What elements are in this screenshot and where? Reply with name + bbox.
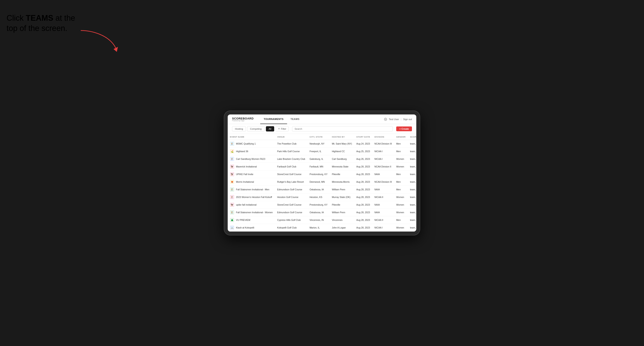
- event-icon: 🏌: [230, 157, 234, 161]
- cell-division: NICAA I: [372, 224, 394, 231]
- nav-user-area: Test User | Sign out: [384, 118, 412, 121]
- tablet-screen: SCOREBOARD Powered by Clippi TOURNAMENTS…: [228, 115, 416, 231]
- col-city-state: CITY, STATE: [307, 134, 330, 140]
- cell-gender: Men: [394, 148, 408, 155]
- cell-start-date: Aug 24, 2023: [354, 140, 372, 148]
- table-row: ⚔️ Klash at Kokopelli Kokopelli Golf Clu…: [228, 224, 416, 231]
- event-name-text: Maverick Invitational: [236, 165, 257, 168]
- cell-gender: Women: [394, 193, 408, 201]
- col-hosted-by: HOSTED BY: [330, 134, 354, 140]
- table-header: EVENT NAME VENUE CITY, STATE HOSTED BY S…: [228, 134, 416, 140]
- event-name-text: UPIKE Fall Invite: [236, 173, 253, 175]
- all-filter-btn[interactable]: All: [266, 126, 274, 132]
- cell-event-name: 🦅 Maverick Invitational: [228, 163, 275, 171]
- table-row: 🦅 UPIKE Fall Invite StoneCrest Golf Cour…: [228, 171, 416, 178]
- tab-teams[interactable]: TEAMS: [287, 115, 303, 124]
- table-row: 🦊 Morris Invitational Ruttger's Bay Lake…: [228, 178, 416, 186]
- cell-scoring: team, Stroke Play: [408, 171, 416, 178]
- event-name-text: Morris Invitational: [236, 180, 254, 183]
- cell-city: Deerwood, MN: [307, 178, 330, 186]
- event-icon: 🏌: [230, 195, 234, 199]
- cell-city: Marion, IL: [307, 224, 330, 231]
- cell-start-date: Aug 28, 2023: [354, 201, 372, 209]
- cell-hosted-by: Pikeville: [330, 171, 354, 178]
- table-row: 🏌 MSMC Qualifying 1 The Powelton Club Ne…: [228, 140, 416, 148]
- cell-hosted-by: Murray State (OK): [330, 193, 354, 201]
- search-box: [292, 126, 393, 132]
- cell-city: Prestonsburg, KY: [307, 201, 330, 209]
- cell-city: Oskaloosa, IA: [307, 209, 330, 216]
- col-scoring: SCORING: [408, 134, 416, 140]
- cell-venue: Faribault Golf Club: [275, 163, 307, 171]
- event-name-text: VU PREVIEW: [236, 219, 250, 221]
- filter-bar: Hosting Competing All Filter + Create: [228, 124, 416, 134]
- cell-division: NICAA I: [372, 155, 394, 163]
- cell-event-name: ⚔️ Klash at Kokopelli: [228, 224, 275, 231]
- settings-icon[interactable]: [384, 118, 387, 121]
- col-venue: VENUE: [275, 134, 307, 140]
- sign-out-link[interactable]: Sign out: [403, 118, 412, 121]
- cell-start-date: Aug 25, 2023: [354, 148, 372, 155]
- competing-filter-btn[interactable]: Competing: [247, 126, 264, 132]
- cell-start-date: Aug 28, 2023: [354, 209, 372, 216]
- table-row: 🏌 Fall Statesmen Invitational - Men Edmu…: [228, 186, 416, 193]
- svg-marker-0: [114, 47, 118, 52]
- cell-hosted-by: Mt. Saint Mary (NY): [330, 140, 354, 148]
- cell-city: Freeport, IL: [307, 148, 330, 155]
- cell-division: NCAA Division III: [372, 140, 394, 148]
- create-btn[interactable]: + Create: [396, 127, 412, 131]
- event-icon: 🦊: [230, 180, 234, 184]
- event-icon: ⚔️: [230, 225, 234, 230]
- cell-event-name: 🏌 2023 Women's Hesston Fall Kickoff: [228, 193, 275, 201]
- hosting-filter-btn[interactable]: Hosting: [232, 126, 246, 132]
- event-icon: 🌲: [230, 218, 234, 222]
- search-input[interactable]: [292, 126, 393, 132]
- cell-scoring: team, Stroke Play: [408, 140, 416, 148]
- cell-division: NICAA II: [372, 193, 394, 201]
- cell-division: NAIA: [372, 171, 394, 178]
- cell-venue: StoneCrest Golf Course: [275, 201, 307, 209]
- cell-venue: Kokopelli Golf Club: [275, 224, 307, 231]
- event-name-text: MSMC Qualifying 1: [236, 142, 256, 145]
- tournaments-table: EVENT NAME VENUE CITY, STATE HOSTED BY S…: [228, 134, 416, 231]
- cell-hosted-by: William Penn: [330, 209, 354, 216]
- event-icon: 🦅: [230, 165, 234, 169]
- cell-start-date: Aug 28, 2023: [354, 186, 372, 193]
- cell-gender: Women: [394, 201, 408, 209]
- cell-venue: Edmundson Golf Course: [275, 186, 307, 193]
- event-icon: 🏌: [230, 187, 234, 192]
- table-row: 🦅 Maverick Invitational Faribault Golf C…: [228, 163, 416, 171]
- arrow-indicator: [78, 28, 122, 54]
- cell-division: NCAA Division III: [372, 178, 394, 186]
- cell-city: Galesburg, IL: [307, 155, 330, 163]
- cell-event-name: 🏌 MSMC Qualifying 1: [228, 140, 275, 148]
- event-icon: 🦅: [230, 202, 234, 207]
- col-gender: GENDER: [394, 134, 408, 140]
- logo-subtitle: Powered by Clippi: [232, 120, 254, 121]
- cell-event-name: 🏌 Carl Sandburg Women FA23: [228, 155, 275, 163]
- cell-venue: Park Hills Golf Course: [275, 148, 307, 155]
- event-name-text: 2023 Women's Hesston Fall Kickoff: [236, 196, 272, 198]
- table-body: 🏌 MSMC Qualifying 1 The Powelton Club Ne…: [228, 140, 416, 231]
- tab-tournaments[interactable]: TOURNAMENTS: [260, 115, 287, 124]
- app-logo: SCOREBOARD Powered by Clippi: [232, 117, 254, 121]
- filter-icon: [278, 128, 280, 130]
- cell-gender: Women: [394, 224, 408, 231]
- event-icon: 🏌: [230, 210, 234, 214]
- cell-city: Hesston, KS: [307, 193, 330, 201]
- cell-scoring: team, Stroke Play: [408, 224, 416, 231]
- cell-division: NAIA: [372, 209, 394, 216]
- cell-venue: Cypress Hills Golf Club: [275, 216, 307, 224]
- cell-gender: Women: [394, 209, 408, 216]
- event-name-text: Klash at Kokopelli: [236, 226, 254, 229]
- cell-city: Oskaloosa, IA: [307, 186, 330, 193]
- cell-event-name: 🦊 Morris Invitational: [228, 178, 275, 186]
- cell-hosted-by: Minnesota State: [330, 163, 354, 171]
- cell-division: NCAA Division II: [372, 163, 394, 171]
- filter-options-btn[interactable]: Filter: [276, 126, 288, 132]
- cell-start-date: Aug 28, 2023: [354, 178, 372, 186]
- event-name-text: Highland 36: [236, 150, 248, 153]
- nav-tabs: TOURNAMENTS TEAMS: [260, 115, 384, 124]
- cell-venue: Hesston Golf Course: [275, 193, 307, 201]
- cell-venue: Lake Bracken Country Club: [275, 155, 307, 163]
